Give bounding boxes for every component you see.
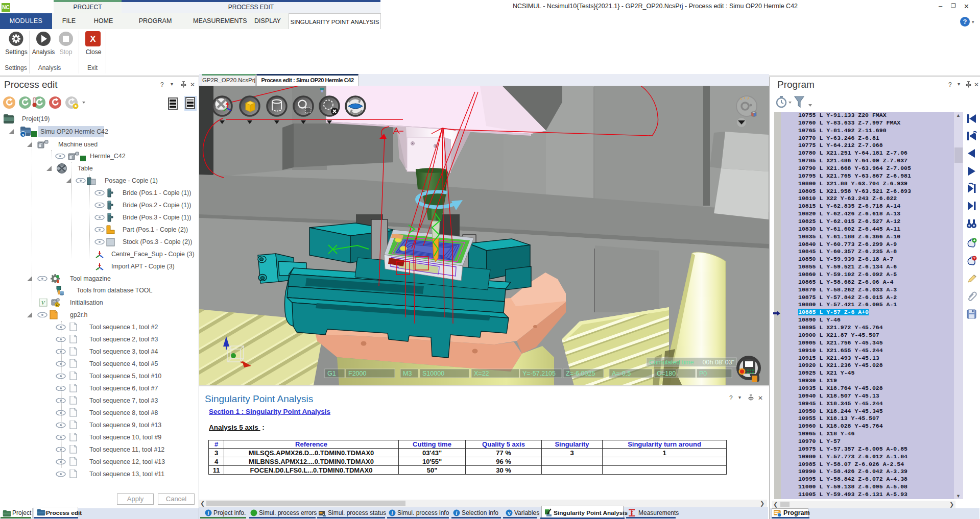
svg-text:G1: G1 bbox=[327, 370, 336, 377]
svg-text:00h 08' 03": 00h 08' 03" bbox=[703, 359, 734, 366]
svg-text:A=-0.5: A=-0.5 bbox=[612, 370, 631, 377]
svg-text:i: i bbox=[392, 510, 393, 516]
svg-text:P0: P0 bbox=[699, 370, 707, 377]
svg-text:M3: M3 bbox=[403, 370, 412, 377]
svg-text:Z=-6.0025: Z=-6.0025 bbox=[566, 370, 595, 377]
svg-text:Cumulated time: Cumulated time bbox=[649, 359, 694, 366]
svg-text:V: V bbox=[508, 511, 511, 516]
svg-text:i: i bbox=[208, 510, 209, 516]
svg-text:Y=-57.2105: Y=-57.2105 bbox=[522, 370, 556, 377]
svg-text:S10000: S10000 bbox=[422, 370, 444, 377]
svg-text:X=22: X=22 bbox=[474, 370, 489, 377]
svg-text:X: X bbox=[90, 34, 96, 44]
svg-text:C=180: C=180 bbox=[657, 370, 676, 377]
svg-text:F2000: F2000 bbox=[348, 370, 366, 377]
svg-text:i: i bbox=[456, 510, 458, 516]
